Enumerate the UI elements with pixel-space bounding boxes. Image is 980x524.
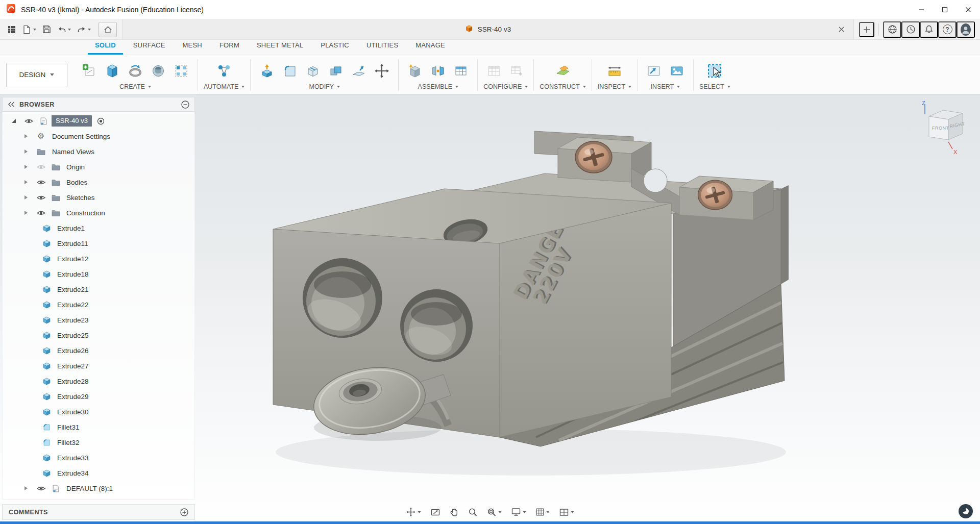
grid-snaps-icon[interactable] [534, 506, 552, 518]
automate-icon[interactable] [213, 60, 235, 82]
new-tab-button[interactable] [859, 22, 874, 37]
help-icon[interactable]: ? [938, 21, 957, 38]
tab-surface[interactable]: SURFACE [126, 40, 173, 55]
expand-arrow-icon[interactable] [7, 119, 21, 123]
browser-item-feature[interactable]: Extrude28 [3, 373, 194, 389]
browser-item-default-component[interactable]: DEFAULT (8):1 [3, 481, 194, 496]
tab-mesh[interactable]: MESH [176, 40, 209, 55]
browser-item-feature[interactable]: Extrude26 [3, 343, 194, 358]
tab-close-icon[interactable] [835, 23, 847, 36]
expand-arrow-icon[interactable] [19, 180, 33, 184]
expand-arrow-icon[interactable] [19, 165, 33, 169]
browser-item-feature[interactable]: Extrude22 [3, 297, 194, 312]
pattern-icon[interactable] [170, 60, 192, 82]
modify-group-label[interactable]: MODIFY [309, 83, 340, 90]
browser-item-root[interactable]: SSR-40 v3 [3, 113, 194, 129]
browser-item-feature[interactable]: Extrude25 [3, 328, 194, 343]
zoom-tool-icon[interactable] [467, 506, 480, 518]
expand-arrow-icon[interactable] [19, 195, 33, 199]
combine-icon[interactable] [325, 60, 347, 82]
insert-derive-icon[interactable] [643, 60, 665, 82]
browser-item-sketches[interactable]: Sketches [3, 190, 194, 205]
browser-item-feature[interactable]: Extrude18 [3, 266, 194, 282]
browser-item-feature[interactable]: Fillet31 [3, 419, 194, 435]
visibility-eye-icon[interactable] [33, 179, 48, 186]
insert-group-label[interactable]: INSERT [651, 83, 680, 90]
document-tab[interactable]: SSR-40 v3 [122, 19, 854, 39]
tab-utilities[interactable]: UTILITIES [359, 40, 405, 55]
shell-icon[interactable] [302, 60, 324, 82]
minimize-button[interactable] [910, 0, 933, 19]
select-cursor-icon[interactable] [704, 60, 725, 82]
expand-arrow-icon[interactable] [19, 211, 33, 215]
browser-item-bodies[interactable]: Bodies [3, 174, 194, 190]
browser-item-feature[interactable]: Extrude34 [3, 465, 194, 481]
measure-icon[interactable] [604, 60, 625, 82]
user-avatar[interactable] [957, 21, 975, 38]
browser-item-named-views[interactable]: Named Views [3, 144, 194, 159]
configuration-insert-icon[interactable] [506, 60, 528, 82]
select-group-label[interactable]: SELECT [699, 83, 730, 90]
configuration-table-icon[interactable] [483, 60, 505, 82]
extrude-icon[interactable] [102, 60, 123, 82]
assemble-group-label[interactable]: ASSEMBLE [418, 83, 458, 90]
redo-button[interactable] [75, 22, 93, 37]
tab-form[interactable]: FORM [212, 40, 247, 55]
configure-group-label[interactable]: CONFIGURE [483, 83, 528, 90]
joint-icon[interactable] [427, 60, 449, 82]
tab-sheet-metal[interactable]: SHEET METAL [250, 40, 310, 55]
add-comment-icon[interactable] [180, 508, 188, 516]
viewports-icon[interactable] [557, 507, 576, 518]
browser-item-origin[interactable]: Origin [3, 159, 194, 174]
activate-component-radio[interactable] [97, 117, 105, 125]
browser-item-feature[interactable]: Extrude1 [3, 220, 194, 236]
display-settings-icon[interactable] [509, 506, 528, 518]
orbit-tool-button[interactable] [404, 506, 423, 518]
view-cube[interactable]: Z FRONT RIGHT X [920, 100, 973, 159]
tab-solid[interactable]: SOLID [88, 40, 123, 55]
browser-header[interactable]: BROWSER [2, 97, 195, 112]
browser-item-feature[interactable]: Extrude23 [3, 312, 194, 328]
new-component-icon[interactable] [404, 60, 426, 82]
tab-plastic[interactable]: PLASTIC [313, 40, 356, 55]
browser-item-feature[interactable]: Extrude33 [3, 450, 194, 465]
extensions-icon[interactable] [883, 21, 901, 38]
close-button[interactable] [957, 0, 980, 19]
maximize-button[interactable] [933, 0, 957, 19]
expand-arrow-icon[interactable] [19, 134, 33, 138]
create-sketch-icon[interactable] [79, 60, 100, 82]
viewport-canvas[interactable]: DANGER 220V DANGER 220V [0, 95, 980, 524]
browser-item-feature[interactable]: Extrude29 [3, 389, 194, 404]
save-button[interactable] [40, 22, 54, 37]
browser-item-feature[interactable]: Extrude21 [3, 282, 194, 297]
browser-item-construction[interactable]: Construction [3, 205, 194, 220]
visibility-eye-icon[interactable] [33, 194, 48, 201]
visibility-eye-icon[interactable] [21, 118, 36, 124]
design-workspace-button[interactable]: DESIGN [6, 63, 67, 87]
automate-group-label[interactable]: AUTOMATE [204, 83, 244, 90]
browser-item-feature[interactable]: Extrude11 [3, 236, 194, 251]
tab-manage[interactable]: MANAGE [408, 40, 452, 55]
expand-arrow-icon[interactable] [19, 149, 33, 154]
construction-plane-icon[interactable] [552, 60, 574, 82]
collapse-panel-icon[interactable] [8, 102, 15, 107]
assistant-button[interactable] [959, 504, 973, 518]
job-status-icon[interactable] [901, 21, 920, 38]
root-component-name[interactable]: SSR-40 v3 [52, 115, 92, 127]
comments-panel[interactable]: COMMENTS [2, 504, 195, 520]
move-copy-icon[interactable] [371, 60, 393, 82]
visibility-eye-icon[interactable] [33, 485, 48, 492]
notifications-bell-icon[interactable] [920, 21, 938, 38]
collapse-all-icon[interactable] [181, 101, 189, 109]
browser-item-feature[interactable]: Extrude27 [3, 358, 194, 373]
canvas-image-icon[interactable] [666, 60, 688, 82]
press-pull-icon[interactable] [256, 60, 278, 82]
create-group-label[interactable]: CREATE [119, 83, 151, 90]
browser-item-document-settings[interactable]: ⚙ Document Settings [3, 129, 194, 144]
file-home-button[interactable] [99, 22, 117, 37]
zoom-window-icon[interactable] [485, 506, 504, 518]
undo-button[interactable] [55, 22, 74, 37]
hole-icon[interactable] [148, 60, 169, 82]
inspect-group-label[interactable]: INSPECT [598, 83, 631, 90]
revolve-icon[interactable] [125, 60, 146, 82]
